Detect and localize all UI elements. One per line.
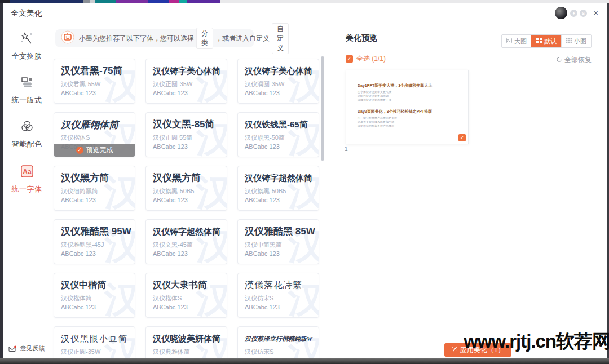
slide-checkbox[interactable]: ✓ [458, 134, 466, 141]
restore-all-button[interactable]: 全部恢复 [556, 55, 592, 65]
font-card[interactable]: 汉 汉仪黑方简 汉仪细简黑简 ABCabc 123 [54, 166, 135, 211]
font-card[interactable]: 汉 汉仪雅酷黑 85W 汉仪中简黑简 ABCabc 123 [237, 219, 319, 264]
sidebar-item-skin[interactable]: 全文换肤 [3, 30, 51, 61]
layout-icon [19, 82, 35, 92]
restore-all-label: 全部恢复 [564, 55, 592, 65]
font-card[interactable]: 汉 汉仪铸字超然体简 汉仪文黑-45简 ABCabc 123 [145, 219, 227, 264]
size-option-small[interactable]: 小图 [561, 35, 591, 47]
dialog-title: 全文美化 [11, 3, 42, 23]
feedback-button[interactable]: 意见反馈 [3, 344, 51, 353]
sidebar-item-font[interactable]: Aa 统一字体 [3, 163, 51, 194]
font-card[interactable]: 汉 汉仪蔡泽立行楷精纯版W 汉仪仿宋S ABCabc 123 [237, 326, 319, 358]
dots-grid-icon [566, 38, 572, 45]
background-app-bottom-edge [0, 358, 609, 364]
font-card[interactable]: 汉 汉仪铁线黑-65简 汉仪旗黑-50简 ABCabc 123 [237, 112, 319, 157]
font-card-sample: ABCabc 123 [153, 143, 227, 150]
font-card[interactable]: 汉 汉仪中楷简 汉仪楷体简 ABCabc 123 [54, 273, 135, 318]
font-card[interactable]: 汉 汉仪晓波美妍体简 汉仪典雅体简 ABCabc 123 [145, 326, 227, 358]
close-icon[interactable]: × [593, 7, 598, 19]
font-card[interactable]: 汉 汉仪雅酷黑 95W 汉仪雅酷黑-45J ABCabc 123 [54, 219, 135, 264]
slide-bullet: ③使用简明框架直观产品展示 [358, 124, 468, 128]
font-card[interactable]: 汉 汉仪雁翎体简 汉仪楷体S ABCabc 123 ✓ 预览完成 [54, 112, 135, 157]
font-card-title: 汉仪雅酷黑 95W [61, 225, 135, 238]
background-app-right-edge [607, 3, 609, 358]
font-aa-icon: Aa [19, 171, 35, 181]
assistant-robot-icon [61, 30, 74, 46]
undo-icon [556, 56, 562, 64]
select-all-row: ✓ 全选 (1/1) [346, 54, 386, 64]
font-card-mapped-font: 汉仪润圆-35W [245, 80, 319, 88]
font-card-mapped-font: 汉仪仿宋S [245, 348, 319, 356]
size-option-large[interactable]: 大图 [502, 35, 531, 47]
font-card[interactable]: 汉 汉仪铸字美心体简 汉仪润圆-35W ABCabc 123 [237, 59, 319, 104]
font-card[interactable]: 汉 汉仪黑方简 汉仪旗黑-50B5 ABCabc 123 [145, 166, 227, 211]
sidebar-item-color[interactable]: 智能配色 [3, 118, 51, 149]
font-card[interactable]: 汉 漢儀落花詩繁 汉仪仿宋S ABCabc 123 [237, 273, 319, 318]
select-all-label: 全选 (1/1) [356, 54, 386, 64]
font-card-mapped-font: 汉仪仿宋S [245, 294, 319, 303]
font-card-title: 汉仪黑方简 [153, 171, 227, 185]
font-card[interactable]: 汉 汉仪大隶书简 汉仪楷体S ABCabc 123 [145, 273, 227, 318]
grid-icon [536, 38, 542, 45]
size-option-label: 大图 [514, 37, 527, 46]
font-grid: 汉 汉仪君黑-75简 汉仪君黑-55W ABCabc 123 汉 汉仪铸字美心体… [54, 59, 319, 358]
font-card-sample: ABCabc 123 [153, 357, 227, 358]
font-card[interactable]: 汉 汉仪文黑-85简 汉仪正圆 55简 ABCabc 123 [145, 112, 227, 157]
font-card-title: 汉仪铸字美心体简 [245, 64, 319, 78]
feedback-label: 意见反馈 [20, 345, 45, 352]
custom-chip[interactable]: 自定义 [272, 23, 289, 54]
font-card-mapped-font: 汉仪君黑-55W [61, 80, 135, 88]
size-option-default[interactable]: 默认 [531, 35, 561, 47]
font-card-sample: ABCabc 123 [61, 90, 135, 96]
drop-icon[interactable]: ♦ [570, 10, 577, 17]
slide-heading: Day2页面美化，3个技巧轻松搞定PPT排版 [358, 109, 468, 114]
font-card-title: 汉仪铸字美心体简 [153, 64, 227, 78]
font-card-mapped-font: 汉仪楷体S [61, 134, 135, 142]
preview-panel: 美化预览 大图 默认 [330, 23, 607, 358]
select-all-checkbox[interactable]: ✓ [346, 55, 353, 63]
recommend-text-2: ，或者进入自定义 [215, 34, 270, 43]
thumbnail-size-toggle: 大图 默认 小图 [501, 34, 592, 48]
slide-bullets-1: ①字体设计法则审美更气质②配色设计法则更加协调③版式设计法则画面更干净 [358, 90, 468, 102]
size-option-label: 小图 [574, 37, 586, 46]
coin-icon[interactable]: S [580, 10, 587, 17]
wand-icon [451, 346, 457, 354]
font-card-title: 汉仪铁线黑-65简 [245, 118, 319, 131]
recommend-bar: 小墨为您推荐了以下字体，您可以选择 分类 ，或者进入自定义 自定义 [55, 29, 254, 47]
check-icon: ✓ [76, 147, 83, 154]
font-card-mapped-font: 汉仪正圆 55简 [153, 134, 227, 142]
slide-number: 1 [345, 146, 348, 152]
font-card-title: 汉仪文黑-85简 [153, 118, 227, 131]
font-card[interactable]: 汉 汉仪铸字超然体简 汉仪旗黑-50B5 ABCabc 123 [237, 166, 319, 211]
font-card-sample: ABCabc 123 [245, 357, 319, 358]
font-card-title: 汉仪君黑-75简 [61, 64, 135, 78]
font-card-sample: ABCabc 123 [61, 304, 135, 310]
sidebar: 全文换肤 统一版式 智能配色 [3, 23, 51, 358]
font-card[interactable]: 汉 汉仪黑眼小豆简 汉仪正圆-35W ABCabc 123 [54, 326, 135, 358]
font-card-mapped-font: 汉仪旗黑-50简 [245, 134, 319, 142]
font-card-title: 汉仪黑方简 [61, 171, 135, 185]
magic-wand-icon [19, 38, 35, 48]
slide-bullet: ②配色设计法则更加协调 [358, 94, 468, 98]
category-chip[interactable]: 分类 [196, 28, 213, 49]
scrollbar-thumb[interactable] [321, 56, 324, 161]
font-card[interactable]: 汉 汉仪铸字美心体简 汉仪正圆-35W ABCabc 123 [145, 59, 227, 104]
font-card-title: 汉仪雅酷黑 85W [245, 225, 319, 238]
font-card-title: 汉仪铸字超然体简 [153, 225, 227, 238]
font-card-title: 汉仪晓波美妍体简 [153, 332, 227, 345]
avatar[interactable] [555, 7, 567, 19]
font-card-mapped-font: 汉仪旗黑-50B5 [245, 187, 319, 196]
font-card-sample: ABCabc 123 [245, 90, 319, 96]
envelope-icon [8, 345, 20, 352]
preview-title: 美化预览 [346, 33, 377, 43]
preview-complete-toast: ✓ 预览完成 [54, 144, 135, 157]
slide-bullets-2: ①一键分析页面产品展示更美观②高大美观排版风格更加生动③使用简明框架直观产品展示 [358, 116, 468, 128]
slide-bullet: ①一键分析页面产品展示更美观 [358, 116, 468, 120]
font-card-mapped-font: 汉仪典雅体简 [153, 348, 227, 356]
sidebar-item-layout[interactable]: 统一版式 [3, 74, 51, 105]
slide-bullet: ②高大美观排版风格更加生动 [358, 120, 468, 124]
image-icon [506, 38, 512, 45]
font-card[interactable]: 汉 汉仪君黑-75简 汉仪君黑-55W ABCabc 123 [54, 59, 135, 104]
font-card-title: 汉仪雁翎体简 [61, 118, 135, 131]
slide-thumbnail[interactable]: Day1PPT新手变大神，3个步骤秒变高大上 ①字体设计法则审美更气质②配色设计… [346, 70, 469, 144]
